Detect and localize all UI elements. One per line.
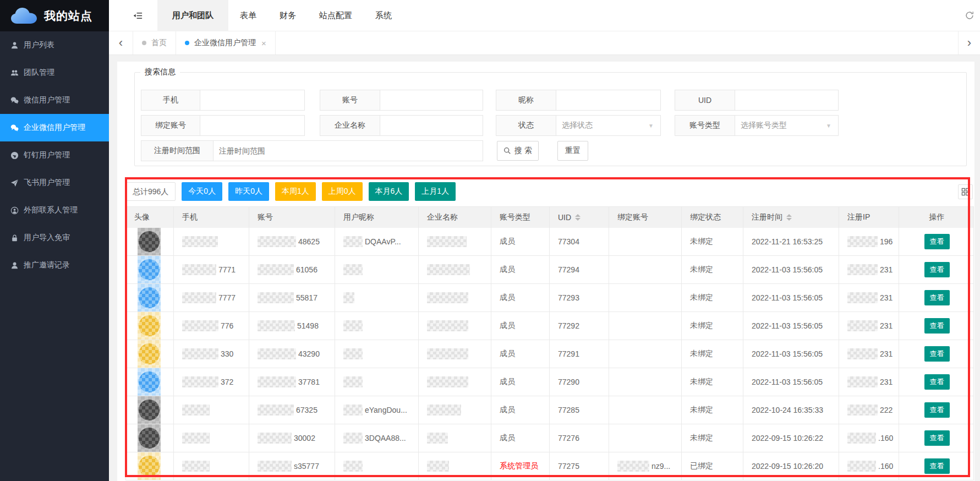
sidebar-item-label: 飞书用户管理: [24, 178, 70, 188]
table-row: 37237781成员77290未绑定2022-11-03 15:56:05231…: [126, 368, 973, 396]
search-button[interactable]: 搜 索: [497, 141, 539, 161]
user-icon: [10, 41, 19, 50]
reg-ip-redacted: [847, 348, 878, 359]
account-cell: 55817: [249, 284, 335, 311]
chevron-down-icon: ▼: [648, 123, 654, 129]
tabs-scroll-right-icon[interactable]: ›: [958, 31, 980, 54]
account-type: 成员: [500, 293, 515, 303]
sidebar-item-6[interactable]: 外部联系人管理: [0, 196, 109, 224]
stat-badge-4[interactable]: 上周0人: [322, 182, 363, 201]
avatar-cell: [126, 452, 174, 480]
account-redacted: [258, 320, 295, 331]
nickname-cell: [335, 452, 419, 480]
phone-input[interactable]: [200, 90, 305, 111]
grid-icon: [961, 188, 970, 196]
reg-time-cell: 2022-11-03 15:56:05: [743, 340, 839, 368]
stat-badge-5[interactable]: 本月6人: [369, 182, 409, 201]
sort-icon[interactable]: [786, 214, 792, 221]
tabs-scroll-left-icon[interactable]: ‹: [109, 31, 133, 54]
close-icon[interactable]: ×: [261, 39, 266, 48]
view-button[interactable]: 查看: [924, 318, 950, 334]
sidebar-item-2[interactable]: 微信用户管理: [0, 86, 109, 114]
reg-ip-cell: .160: [839, 424, 899, 452]
view-button[interactable]: 查看: [924, 234, 950, 249]
feishu-icon: [10, 178, 19, 187]
company-redacted: [427, 433, 448, 444]
refresh-icon[interactable]: [963, 9, 976, 22]
sidebar-item-5[interactable]: 飞书用户管理: [0, 169, 109, 196]
table-row: 33043290成员77291未绑定2022-11-03 15:56:05231…: [126, 340, 973, 368]
page-tab-0[interactable]: 首页: [133, 31, 176, 54]
collapse-sidebar-icon[interactable]: [127, 0, 149, 31]
phone-redacted: [182, 348, 218, 359]
view-button[interactable]: 查看: [924, 458, 950, 474]
view-button[interactable]: 查看: [924, 262, 950, 277]
column-header-9[interactable]: 注册时间: [743, 207, 839, 228]
bind-account-cell: [609, 396, 682, 424]
sort-icon[interactable]: [575, 214, 581, 221]
reg-ip-redacted: [847, 264, 878, 275]
tab-label: 首页: [151, 38, 167, 48]
field-uid: UID: [675, 90, 839, 111]
reg-range-input[interactable]: [213, 140, 483, 161]
view-button[interactable]: 查看: [924, 374, 950, 390]
sidebar-item-7[interactable]: 用户导入免审: [0, 224, 109, 252]
page-tab-1[interactable]: 企业微信用户管理×: [176, 31, 276, 54]
search-panel: 搜索信息 手机 账号 昵称 UID 绑定账号 企业名称: [134, 67, 967, 166]
column-header-6[interactable]: UID: [550, 207, 609, 228]
stat-badge-3[interactable]: 本周1人: [275, 182, 316, 201]
sidebar-item-4[interactable]: 钉钉用户管理: [0, 141, 109, 169]
phone-redacted: [182, 405, 210, 416]
company-input[interactable]: [380, 115, 483, 136]
account-redacted: [258, 376, 296, 387]
account-type-select[interactable]: 选择账号类型 ▼: [735, 115, 839, 136]
company-cell: [419, 424, 491, 452]
account-input[interactable]: [380, 90, 483, 111]
column-filter-button[interactable]: [958, 184, 973, 199]
stat-badge-6[interactable]: 上月1人: [415, 182, 456, 201]
nickname-redacted: [343, 461, 363, 472]
phone-text: 372: [221, 378, 233, 386]
phone-cell: [174, 228, 249, 255]
top-menu-item-4[interactable]: 系统: [364, 0, 403, 31]
nickname-redacted: [343, 405, 363, 416]
app-root: 我的站点 用户列表团队管理微信用户管理企业微信用户管理钉钉用户管理飞书用户管理外…: [0, 0, 980, 481]
sidebar-item-8[interactable]: 推广邀请记录: [0, 252, 109, 279]
reset-button[interactable]: 重置: [557, 141, 588, 161]
view-button[interactable]: 查看: [924, 290, 950, 305]
top-menu-item-0[interactable]: 用户和团队: [157, 0, 228, 31]
reg-ip-cell: 231: [839, 340, 899, 368]
stat-badge-2[interactable]: 昨天0人: [228, 182, 269, 201]
view-button[interactable]: 查看: [924, 346, 950, 362]
view-button[interactable]: 查看: [924, 430, 950, 446]
account-type: 成员: [500, 265, 515, 275]
reg-ip-redacted: [847, 320, 878, 331]
bind-account-cell: [609, 424, 682, 452]
status-select[interactable]: 选择状态 ▼: [556, 115, 661, 136]
account-type: 成员: [500, 237, 515, 247]
stat-badge-0[interactable]: 总计996人: [125, 182, 176, 201]
phone-text: 7777: [218, 293, 236, 302]
bind-account-input[interactable]: [200, 115, 305, 136]
reg-time-cell: 2022-10-24 16:35:33: [743, 396, 839, 424]
top-menu-item-3[interactable]: 站点配置: [308, 0, 364, 31]
avatar-cell: [126, 368, 174, 396]
table-row: 777161056成员77294未绑定2022-11-03 15:56:0523…: [126, 256, 973, 284]
reg-ip-text: .160: [878, 434, 893, 442]
sidebar-item-1[interactable]: 团队管理: [0, 59, 109, 86]
column-header-4: 企业名称: [419, 207, 491, 228]
sidebar-item-3[interactable]: 企业微信用户管理: [0, 114, 109, 141]
nickname-input[interactable]: [556, 90, 661, 111]
sidebar-item-0[interactable]: 用户列表: [0, 31, 109, 59]
top-menu-item-1[interactable]: 表单: [228, 0, 268, 31]
uid-input[interactable]: [735, 90, 839, 111]
stat-badge-1[interactable]: 今天0人: [182, 182, 222, 201]
top-menu-item-2[interactable]: 财务: [268, 0, 308, 31]
action-cell: 查看: [899, 228, 974, 255]
account-cell: 37781: [249, 368, 335, 396]
view-button[interactable]: 查看: [924, 402, 950, 418]
nickname-redacted: [343, 348, 363, 359]
tabs-strip: 首页企业微信用户管理×: [133, 31, 276, 54]
company-redacted: [427, 292, 468, 303]
reg-ip-redacted: [847, 461, 876, 472]
